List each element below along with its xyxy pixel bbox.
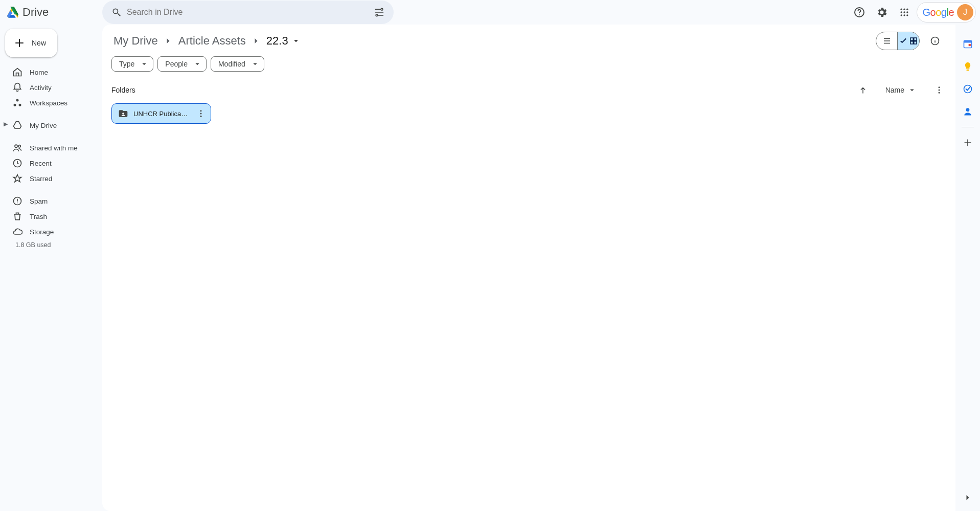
view-toggle — [876, 32, 920, 50]
svg-point-37 — [966, 108, 970, 112]
sidebar-item-label: Spam — [30, 197, 48, 205]
header-actions: Google J — [849, 2, 978, 23]
grid-view-button[interactable] — [898, 32, 919, 50]
home-icon — [12, 67, 22, 77]
sort-by-button[interactable]: Name — [885, 85, 917, 95]
more-options-button[interactable] — [932, 83, 946, 97]
chip-label: Modified — [218, 60, 245, 68]
dropdown-icon — [140, 59, 149, 69]
settings-icon[interactable] — [872, 2, 892, 23]
plus-icon — [13, 37, 26, 49]
calendar-addon-icon[interactable] — [958, 34, 978, 54]
spam-icon — [12, 196, 22, 206]
sidebar-item-shared-with-me[interactable]: Shared with me — [5, 140, 97, 155]
people-icon — [12, 143, 22, 153]
svg-point-6 — [907, 9, 908, 10]
svg-point-16 — [15, 145, 17, 147]
svg-point-30 — [200, 113, 202, 115]
get-addons-icon[interactable] — [958, 132, 978, 153]
collapse-sidepanel-icon[interactable] — [958, 487, 978, 508]
main-panel: My Drive Article Assets 22.3 — [102, 25, 955, 511]
grid-icon — [909, 36, 918, 46]
folder-more-button[interactable] — [193, 106, 209, 121]
search-icon[interactable] — [106, 2, 127, 23]
breadcrumb: My Drive Article Assets 22.3 — [111, 33, 876, 49]
svg-point-29 — [200, 110, 202, 112]
dropdown-icon — [291, 36, 301, 46]
drive-icon — [12, 120, 22, 130]
keep-addon-icon[interactable] — [958, 56, 978, 77]
sidebar-item-label: Recent — [30, 160, 52, 167]
sidebar-item-label: My Drive — [30, 122, 57, 129]
help-icon[interactable] — [849, 2, 870, 23]
svg-point-31 — [200, 116, 202, 117]
chip-label: People — [165, 60, 188, 68]
sidebar-item-label: Storage — [30, 228, 54, 236]
svg-point-13 — [16, 99, 19, 102]
google-account-switcher[interactable]: Google J — [917, 2, 976, 23]
sidebar-item-trash[interactable]: Trash — [5, 209, 97, 224]
search-options-icon[interactable] — [369, 2, 390, 23]
svg-point-9 — [907, 11, 908, 13]
shared-folder-icon — [118, 108, 128, 119]
search-input[interactable] — [127, 8, 369, 17]
svg-point-0 — [381, 8, 383, 10]
filter-people[interactable]: People — [157, 56, 207, 72]
google-logo: Google — [922, 7, 954, 18]
folder-grid: UNHCR Publication … — [102, 100, 955, 127]
app-header: Drive Google J — [0, 0, 980, 25]
tasks-addon-icon[interactable] — [958, 79, 978, 99]
sidebar: New Home Activity Workspaces ▶ My Drive … — [0, 25, 102, 511]
svg-rect-21 — [914, 38, 917, 40]
sidebar-item-activity[interactable]: Activity — [5, 80, 97, 95]
sidebar-item-workspaces[interactable]: Workspaces — [5, 95, 97, 110]
apps-icon[interactable] — [894, 2, 915, 23]
svg-point-17 — [18, 145, 20, 147]
check-icon — [899, 36, 908, 46]
section-heading: Folders — [111, 86, 135, 94]
sidebar-item-label: Home — [30, 69, 48, 76]
sort-label-text: Name — [885, 86, 904, 94]
svg-rect-35 — [967, 70, 969, 71]
svg-point-26 — [939, 90, 940, 91]
expand-icon[interactable]: ▶ — [4, 121, 8, 127]
list-view-button[interactable] — [876, 32, 898, 50]
sidebar-item-home[interactable]: Home — [5, 64, 97, 80]
breadcrumb-current-label: 22.3 — [266, 34, 288, 48]
contacts-addon-icon[interactable] — [958, 101, 978, 122]
svg-rect-20 — [910, 38, 913, 40]
folder-card[interactable]: UNHCR Publication … — [111, 103, 211, 124]
sort-direction-button[interactable] — [856, 83, 870, 97]
breadcrumb-my-drive[interactable]: My Drive — [111, 33, 160, 49]
brand[interactable]: Drive — [6, 6, 102, 19]
svg-point-28 — [122, 113, 124, 115]
sidebar-item-starred[interactable]: Starred — [5, 171, 97, 186]
sidebar-item-recent[interactable]: Recent — [5, 155, 97, 171]
sidebar-item-spam[interactable]: Spam — [5, 193, 97, 209]
sidebar-item-storage[interactable]: Storage — [5, 224, 97, 239]
filter-type[interactable]: Type — [111, 56, 153, 72]
more-vert-icon — [196, 109, 206, 118]
filter-modified[interactable]: Modified — [211, 56, 264, 72]
svg-point-25 — [939, 86, 940, 88]
dropdown-icon — [193, 59, 202, 69]
svg-point-12 — [907, 14, 908, 16]
new-button-label: New — [32, 39, 46, 47]
chevron-right-icon — [251, 36, 261, 46]
sidebar-item-my-drive[interactable]: ▶ My Drive — [5, 118, 97, 133]
chevron-right-icon — [163, 36, 173, 46]
search-bar — [102, 1, 394, 24]
svg-point-11 — [904, 14, 905, 16]
svg-point-8 — [904, 11, 905, 13]
breadcrumb-current[interactable]: 22.3 — [264, 33, 303, 49]
svg-point-1 — [376, 14, 378, 16]
details-icon[interactable] — [925, 31, 945, 51]
star-icon — [12, 173, 22, 184]
sidebar-item-label: Shared with me — [30, 144, 78, 152]
svg-point-5 — [904, 9, 905, 10]
new-button[interactable]: New — [5, 29, 57, 57]
dropdown-icon — [250, 59, 260, 69]
svg-point-15 — [19, 104, 21, 106]
breadcrumb-article-assets[interactable]: Article Assets — [176, 33, 248, 49]
folder-name: UNHCR Publication … — [133, 110, 188, 118]
